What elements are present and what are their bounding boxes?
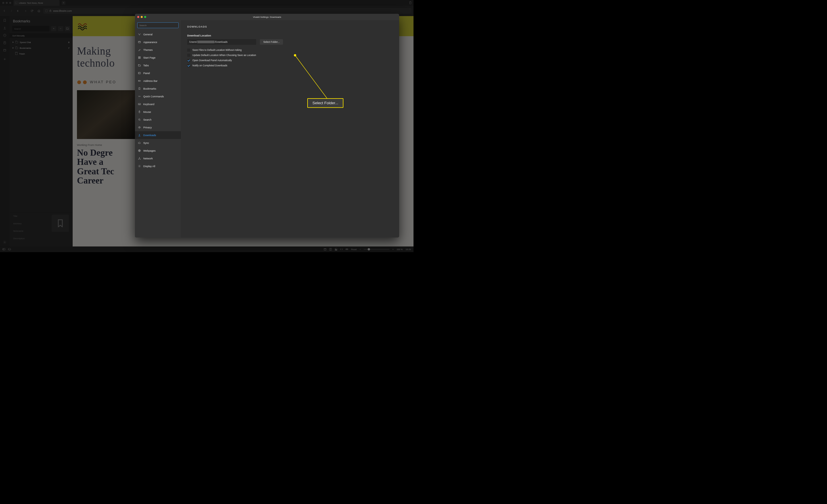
checkbox-label: Open Download Panel Automatically	[192, 59, 232, 62]
reload-button[interactable]	[30, 9, 35, 13]
back-button[interactable]	[2, 9, 7, 13]
add-panel-icon[interactable]	[3, 57, 7, 61]
download-option-2[interactable]: Open Download Panel Automatically	[187, 59, 393, 62]
settings-nav-bookmarks[interactable]: Bookmarks	[135, 85, 181, 93]
downloads-panel-icon[interactable]	[3, 26, 7, 30]
url-text: www.lifewire.com	[53, 9, 72, 12]
notes-panel-icon[interactable]	[3, 41, 7, 45]
path-prefix: /Users/	[189, 41, 197, 43]
checkbox-icon	[187, 54, 190, 57]
settings-nav-display-all[interactable]: Display All	[135, 162, 181, 170]
annotation-callout: Select Folder...	[307, 98, 343, 108]
settings-nav-search[interactable]: Search	[135, 116, 181, 123]
forward-button[interactable]	[9, 9, 14, 13]
settings-nav-themes[interactable]: Themes	[135, 46, 181, 54]
brush-icon	[138, 48, 141, 51]
settings-nav-general[interactable]: General	[135, 31, 181, 38]
network-icon	[138, 157, 141, 160]
download-path-field[interactable]: /Users/ /Downloads	[187, 39, 256, 45]
trash-icon	[15, 53, 17, 55]
settings-gear-icon[interactable]	[3, 241, 7, 244]
bookmarks-panel-icon[interactable]	[3, 19, 7, 22]
download-option-0[interactable]: Save Files to Default Location Without A…	[187, 49, 393, 52]
remove-bookmark-button[interactable]: −	[58, 26, 63, 31]
tiling-icon[interactable]	[329, 248, 332, 250]
zoom-out-button[interactable]: −	[359, 248, 361, 251]
settings-nav-privacy[interactable]: Privacy	[135, 123, 181, 131]
settings-nav-start-page[interactable]: Start Page	[135, 54, 181, 61]
close-dot[interactable]	[2, 2, 4, 4]
zoom-level: 100 %	[397, 248, 402, 251]
chevrons-icon	[138, 95, 141, 98]
panel-toggle-icon[interactable]	[3, 248, 5, 250]
address-bar[interactable]: www.lifewire.com	[43, 8, 411, 14]
settings-nav-appearance[interactable]: Appearance	[135, 38, 181, 46]
bookmarks-tree: Speed Dial 8 Bookmarks 7 Trash	[9, 38, 72, 58]
path-suffix: /Downloads	[215, 41, 228, 43]
settings-nav-quick-commands[interactable]: Quick Commands	[135, 93, 181, 100]
closed-tabs-trash-icon[interactable]	[409, 1, 412, 5]
home-button[interactable]	[37, 9, 41, 13]
select-folder-button[interactable]: Select Folder...	[260, 39, 283, 45]
bookmark-detail: Title Address Nickname Description	[9, 211, 72, 247]
add-bookmark-button[interactable]: +	[51, 26, 56, 31]
settings-search-input[interactable]	[137, 22, 179, 28]
bookmarks-panel: Bookmarks + − Sort Manually Speed Dial 8…	[9, 16, 72, 247]
settings-nav-network[interactable]: Network	[135, 154, 181, 162]
settings-nav-label: General	[143, 33, 152, 36]
settings-nav-label: Search	[143, 118, 152, 121]
history-panel-icon[interactable]	[3, 34, 7, 37]
svg-rect-11	[138, 41, 141, 43]
side-rail	[0, 16, 9, 247]
page-actions-icon[interactable]	[340, 248, 343, 250]
settings-nav-tabs[interactable]: Tabs	[135, 61, 181, 69]
svg-rect-6	[324, 249, 326, 250]
bookmarks-search-input[interactable]	[12, 26, 49, 31]
svg-rect-21	[138, 103, 140, 105]
new-folder-button[interactable]	[65, 26, 70, 31]
sync-cloud-icon[interactable]	[8, 248, 11, 250]
settings-nav-label: Quick Commands	[143, 95, 164, 98]
checkbox-icon	[187, 64, 190, 67]
zoom-slider[interactable]	[364, 249, 390, 250]
rewind-button[interactable]	[16, 9, 21, 13]
max-dot[interactable]	[9, 2, 11, 4]
fast-forward-button[interactable]	[23, 9, 28, 13]
expand-icon	[13, 42, 14, 43]
download-option-1[interactable]: Update Default Location When Choosing Sa…	[187, 54, 393, 57]
tree-row-speed-dial[interactable]: Speed Dial 8	[11, 39, 70, 45]
svg-rect-12	[138, 57, 139, 57]
settings-nav-webpages[interactable]: Webpages	[135, 147, 181, 154]
zoom-in-button[interactable]: +	[393, 248, 394, 251]
settings-heading: DOWNLOADS	[187, 25, 393, 29]
capture-icon[interactable]	[324, 248, 327, 250]
window-panel-icon[interactable]	[3, 49, 7, 52]
settings-nav-label: Display All	[143, 164, 155, 168]
settings-nav-label: Network	[143, 157, 153, 160]
download-location-label: Download Location	[187, 34, 393, 37]
min-dot[interactable]	[6, 2, 8, 4]
browser-tab[interactable]: L Lifewire: Tech News, Revie	[13, 0, 59, 6]
settings-nav-sync[interactable]: Sync	[135, 139, 181, 147]
redacted-username	[197, 41, 214, 43]
images-icon[interactable]	[335, 248, 337, 250]
settings-nav-label: Webpages	[143, 149, 156, 152]
settings-nav-keyboard[interactable]: Keyboard	[135, 100, 181, 108]
window-traffic-lights	[2, 2, 11, 4]
tree-row-bookmarks[interactable]: Bookmarks 7	[11, 45, 70, 51]
settings-nav-mouse[interactable]: Mouse	[135, 108, 181, 116]
settings-nav-address-bar[interactable]: Address Bar	[135, 77, 181, 85]
tabs-icon	[138, 64, 141, 67]
new-tab-button[interactable]: +	[62, 1, 65, 5]
keyboard-icon	[138, 103, 141, 106]
reset-zoom-button[interactable]: Reset	[351, 248, 357, 251]
tree-label: Bookmarks	[20, 47, 31, 49]
checkbox-label: Notify on Completed Downloads	[192, 64, 227, 67]
settings-nav-downloads[interactable]: Downloads	[135, 131, 181, 139]
tree-row-trash[interactable]: Trash	[11, 51, 70, 57]
favicon-icon: L	[15, 2, 17, 4]
sort-row[interactable]: Sort Manually	[9, 33, 72, 38]
settings-nav-panel[interactable]: Panel	[135, 69, 181, 77]
ruler-icon[interactable]	[346, 248, 348, 250]
download-option-3[interactable]: Notify on Completed Downloads	[187, 64, 393, 67]
